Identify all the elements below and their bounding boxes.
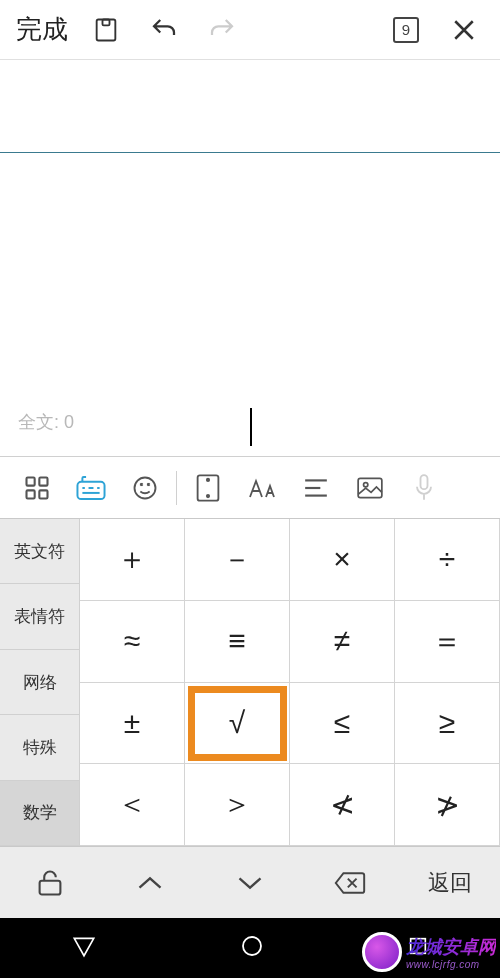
svg-point-14 (207, 494, 209, 496)
svg-point-11 (135, 477, 156, 498)
symbol-key[interactable]: × (290, 519, 395, 601)
done-button[interactable]: 完成 (10, 8, 74, 51)
symbol-key[interactable]: － (185, 519, 290, 601)
text-cursor (250, 408, 252, 446)
chevron-down-icon[interactable] (200, 847, 300, 918)
svg-rect-6 (77, 481, 104, 498)
symbol-key[interactable]: ≡ (185, 601, 290, 683)
symbol-key[interactable]: ＜ (80, 764, 185, 846)
return-button[interactable]: 返回 (400, 847, 500, 918)
word-count: 全文: 0 (18, 410, 74, 434)
symbol-key[interactable]: ≠ (290, 601, 395, 683)
fullscreen-icon[interactable] (181, 457, 235, 519)
svg-point-22 (243, 937, 261, 955)
category-network[interactable]: 网络 (0, 650, 80, 715)
toolbar-divider (176, 471, 177, 505)
title-underline (0, 152, 500, 153)
svg-rect-20 (421, 475, 428, 489)
symbol-key[interactable]: ÷ (395, 519, 500, 601)
svg-rect-21 (40, 880, 61, 894)
svg-point-19 (364, 482, 368, 486)
mic-icon[interactable] (397, 457, 451, 519)
symbol-key[interactable]: ≈ (80, 601, 185, 683)
category-math[interactable]: 数学 (0, 781, 80, 846)
svg-point-13 (207, 478, 209, 480)
symbol-panel: 英文符 表情符 网络 特殊 数学 ＋ － × ÷ ≈ ≡ ≠ ＝ ± √ ≤ ≥… (0, 518, 500, 846)
undo-icon[interactable] (138, 0, 190, 60)
apps-icon[interactable] (10, 457, 64, 519)
emoji-icon[interactable] (118, 457, 172, 519)
keyboard-icon[interactable] (64, 457, 118, 519)
keyboard-toolbar (0, 456, 500, 518)
close-icon[interactable] (438, 0, 490, 60)
svg-rect-3 (39, 477, 47, 485)
symbol-key[interactable]: ≯ (395, 764, 500, 846)
svg-rect-0 (97, 19, 116, 40)
android-nav-bar (0, 918, 500, 978)
chevron-up-icon[interactable] (100, 847, 200, 918)
nav-back-icon[interactable] (71, 933, 97, 963)
image-icon[interactable] (343, 457, 397, 519)
symbol-key-sqrt[interactable]: √ (185, 683, 290, 765)
svg-rect-2 (27, 477, 35, 485)
category-special[interactable]: 特殊 (0, 715, 80, 780)
svg-rect-4 (27, 490, 35, 498)
symbol-grid: ＋ － × ÷ ≈ ≡ ≠ ＝ ± √ ≤ ≥ ＜ ＞ ≮ ≯ (80, 519, 500, 846)
keyboard-bottom-bar: 返回 (0, 846, 500, 918)
svg-rect-5 (39, 490, 47, 498)
symbol-key[interactable]: ± (80, 683, 185, 765)
redo-icon (196, 0, 248, 60)
category-english-symbols[interactable]: 英文符 (0, 519, 80, 584)
align-icon[interactable] (289, 457, 343, 519)
editor-area[interactable]: 全文: 0 (0, 60, 500, 456)
symbol-key[interactable]: ≤ (290, 683, 395, 765)
lock-icon[interactable] (0, 847, 100, 918)
page-number-badge[interactable]: 9 (380, 0, 432, 60)
backspace-icon[interactable] (300, 847, 400, 918)
symbol-key[interactable]: ≮ (290, 764, 395, 846)
top-toolbar: 完成 9 (0, 0, 500, 60)
nav-home-icon[interactable] (240, 934, 264, 962)
category-emoji-symbols[interactable]: 表情符 (0, 584, 80, 649)
save-icon[interactable] (80, 0, 132, 60)
svg-rect-1 (103, 19, 110, 25)
symbol-key[interactable]: ＞ (185, 764, 290, 846)
symbol-key[interactable]: ≥ (395, 683, 500, 765)
symbol-key[interactable]: ＋ (80, 519, 185, 601)
symbol-key[interactable]: ＝ (395, 601, 500, 683)
font-icon[interactable] (235, 457, 289, 519)
svg-rect-23 (410, 939, 425, 954)
nav-recent-icon[interactable] (407, 935, 429, 961)
symbol-categories: 英文符 表情符 网络 特殊 数学 (0, 519, 80, 846)
